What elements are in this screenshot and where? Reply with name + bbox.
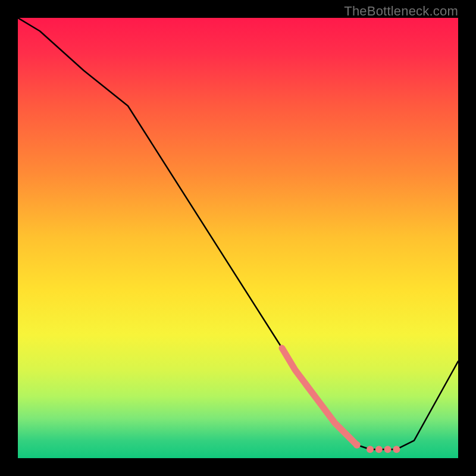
highlight-dot: [367, 446, 374, 453]
watermark-label: TheBottleneck.com: [344, 4, 458, 19]
highlight-dot: [353, 441, 361, 449]
highlight-dot: [375, 446, 383, 453]
highlight-dot: [393, 446, 400, 453]
chart-svg: [18, 18, 458, 458]
chart-container: TheBottleneck.com: [0, 0, 476, 476]
highlight-dot: [384, 446, 392, 453]
plot-area: [18, 18, 458, 458]
gradient-background: [18, 18, 458, 458]
